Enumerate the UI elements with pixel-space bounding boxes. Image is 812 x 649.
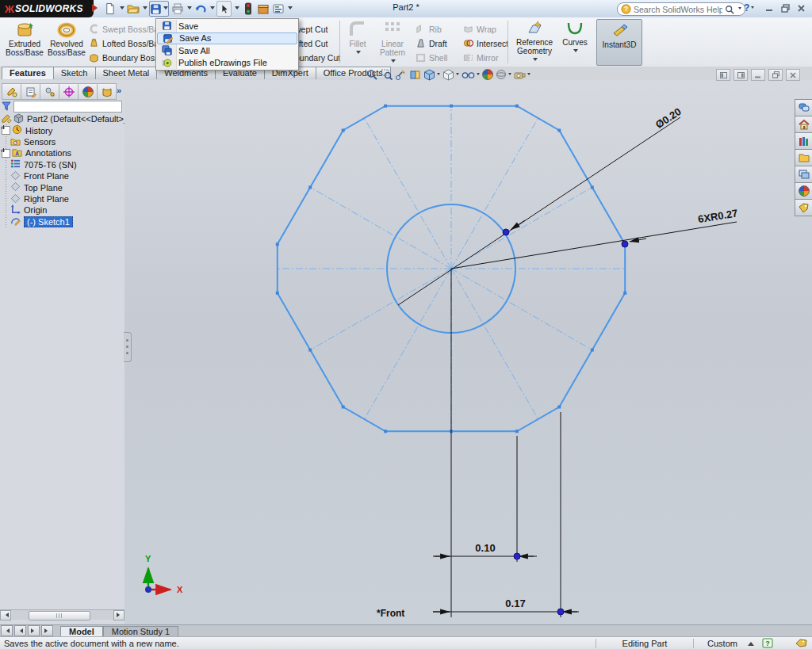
zoom-selected-icon[interactable] <box>395 69 407 81</box>
tree-item-top-plane[interactable]: Top Plane <box>0 181 124 193</box>
select-dropdown[interactable] <box>235 6 239 12</box>
units-expand-arrow[interactable] <box>748 639 754 646</box>
dimension-diameter[interactable]: Ø0.20 <box>653 105 684 131</box>
resources-icon[interactable] <box>795 116 812 133</box>
search-dropdown[interactable] <box>738 7 741 11</box>
help-search-box[interactable]: ? Search SolidWorks Help <box>617 2 745 16</box>
linear-pattern-button[interactable]: Linear Pattern <box>374 19 411 64</box>
doc-restore-button[interactable] <box>768 69 783 81</box>
expand-icon[interactable]: » <box>117 86 121 95</box>
fillet-button[interactable]: Fillet <box>343 19 373 64</box>
new-button[interactable] <box>103 2 117 16</box>
toolbox-icon[interactable] <box>256 2 270 16</box>
panel-horizontal-scrollbar[interactable] <box>0 609 124 620</box>
tag-icon[interactable] <box>795 639 807 649</box>
forum-icon[interactable] <box>795 99 812 116</box>
featuremanager-tree-icon[interactable] <box>2 83 21 100</box>
tree-item-sensors[interactable]: Sensors <box>0 136 124 147</box>
view-palette-icon[interactable] <box>795 166 812 183</box>
sketch-canvas[interactable]: Ø0.20 6XR0.27 0.10 0.17 Y X <box>124 80 812 624</box>
doc-close-button[interactable] <box>786 69 800 81</box>
dimension-offset1[interactable]: 0.10 <box>475 542 495 554</box>
menu-item-publish-edrawings[interactable]: Publish eDrawings File <box>157 57 297 70</box>
close-button[interactable] <box>795 2 808 14</box>
help-dropdown[interactable] <box>751 6 754 10</box>
quick-tips-icon[interactable]: ? <box>762 638 773 649</box>
linear-pattern-dropdown[interactable] <box>391 59 396 65</box>
design-library-icon[interactable] <box>795 133 812 150</box>
new-dropdown[interactable] <box>120 6 124 12</box>
panel-splitter-handle[interactable] <box>124 332 132 362</box>
reference-geometry-dropdown[interactable] <box>533 58 538 63</box>
tab-features[interactable]: Features <box>2 67 54 79</box>
fillet-dropdown[interactable] <box>356 51 361 56</box>
apply-scene-icon[interactable] <box>496 69 511 80</box>
custom-properties-icon[interactable] <box>795 200 812 216</box>
doc-minimize-button[interactable] <box>751 69 765 81</box>
wrap-button[interactable]: Wrap <box>463 22 496 36</box>
print-button[interactable] <box>170 2 184 16</box>
expand-toggle[interactable] <box>2 149 10 158</box>
curves-dropdown[interactable] <box>573 49 578 55</box>
menu-item-save[interactable]: Save <box>157 20 297 32</box>
draft-button[interactable]: Draft <box>416 36 447 50</box>
print-dropdown[interactable] <box>187 6 192 12</box>
graphics-viewport[interactable]: Ø0.20 6XR0.27 0.10 0.17 Y X *Front <box>124 80 812 624</box>
tree-root-part[interactable]: Part2 (Default<<Default>_D <box>0 113 124 124</box>
tree-item-annotations[interactable]: A Annotations <box>0 147 124 158</box>
tab-model[interactable]: Model <box>60 626 103 637</box>
reference-geometry-button[interactable]: Reference Geometry <box>512 19 557 64</box>
scrollbar-thumb[interactable] <box>29 611 90 620</box>
xpress-icon[interactable] <box>241 2 255 16</box>
tab-sheet-metal[interactable]: Sheet Metal <box>95 67 158 79</box>
rib-button[interactable]: Rib <box>416 22 442 36</box>
extruded-boss-button[interactable]: Extruded Boss/Base <box>4 19 45 64</box>
tree-item-origin[interactable]: Origin <box>0 204 124 216</box>
save-dropdown[interactable] <box>163 6 168 12</box>
view-orientation-icon[interactable] <box>423 69 440 81</box>
menu-item-save-as[interactable]: Save As <box>157 32 297 45</box>
select-button[interactable] <box>216 1 232 17</box>
menu-expand-arrow[interactable] <box>92 4 102 12</box>
office-manager-icon[interactable] <box>97 83 117 100</box>
configurationmanager-icon[interactable] <box>40 83 59 100</box>
undo-dropdown[interactable] <box>210 6 215 12</box>
file-explorer-icon[interactable] <box>795 150 812 166</box>
prev-tab-button[interactable] <box>14 625 26 636</box>
restore-button[interactable] <box>779 2 792 14</box>
tab-motion-study[interactable]: Motion Study 1 <box>103 626 178 637</box>
scroll-right-button[interactable] <box>113 610 124 620</box>
display-style-icon[interactable] <box>442 69 459 81</box>
scroll-left-button[interactable] <box>0 610 11 620</box>
view-settings-icon[interactable] <box>514 70 530 80</box>
tab-sketch[interactable]: Sketch <box>53 67 96 79</box>
zoom-fit-icon[interactable] <box>366 69 378 81</box>
minimize-button[interactable] <box>763 2 776 14</box>
undo-button[interactable] <box>193 2 207 16</box>
tree-item-sketch1[interactable]: (-) Sketch1 <box>0 216 124 227</box>
tree-filter-input[interactable] <box>13 101 122 113</box>
selected-points[interactable] <box>503 229 628 615</box>
options-dropdown[interactable] <box>288 6 293 12</box>
curves-button[interactable]: Curves <box>558 19 592 64</box>
intersect-button[interactable]: Intersect <box>463 36 508 50</box>
menu-item-save-all[interactable]: Save All <box>157 44 297 57</box>
dimension-offset2[interactable]: 0.17 <box>505 597 525 609</box>
tree-item-material[interactable]: 7075-T6 (SN) <box>0 159 124 170</box>
next-window-button[interactable] <box>733 69 748 81</box>
dimension-lines[interactable] <box>398 117 737 617</box>
appearances-icon[interactable] <box>795 183 812 200</box>
open-dropdown[interactable] <box>143 6 147 12</box>
options-button[interactable] <box>271 2 285 16</box>
last-tab-button[interactable] <box>41 625 53 636</box>
search-icon[interactable] <box>725 5 734 14</box>
mirror-button[interactable]: Mirror <box>463 51 498 64</box>
shell-button[interactable]: Shell <box>416 51 447 64</box>
revolved-boss-button[interactable]: Revolved Boss/Base <box>46 19 87 64</box>
first-tab-button[interactable] <box>1 625 13 636</box>
save-button[interactable] <box>149 1 169 17</box>
tree-item-front-plane[interactable]: Front Plane <box>0 170 124 181</box>
edit-appearance-icon[interactable] <box>482 69 493 80</box>
instant3d-button[interactable]: Instant3D <box>596 19 642 66</box>
section-view-icon[interactable] <box>409 69 421 81</box>
